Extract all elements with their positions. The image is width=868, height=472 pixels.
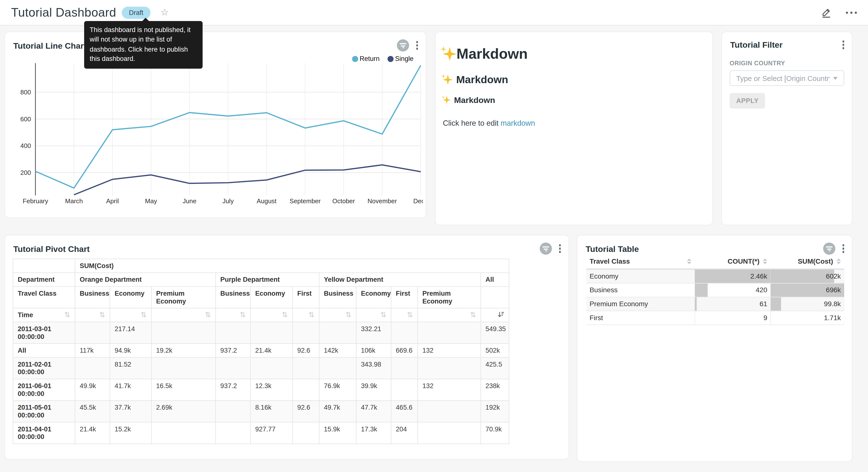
- pivot-col-header: Business: [75, 287, 110, 308]
- pivot-cell: [417, 401, 481, 422]
- more-options-icon[interactable]: [846, 9, 857, 16]
- pivot-cell: 37.7k: [110, 401, 151, 422]
- filter-title: Tutorial Filter: [730, 40, 782, 50]
- series-line-single[interactable]: [74, 165, 421, 195]
- markdown-body[interactable]: Markdown Markdown Markdown Click here to…: [436, 32, 712, 127]
- table-col-header[interactable]: Travel Class: [586, 255, 695, 269]
- cell-sum: 1.71k: [770, 311, 844, 325]
- x-tick-label: November: [368, 197, 397, 205]
- markdown-link[interactable]: markdown: [500, 119, 535, 127]
- sort-icon[interactable]: ⇅: [470, 311, 476, 318]
- kebab-menu-icon[interactable]: [414, 40, 420, 51]
- origin-country-select[interactable]: Type or Select [Origin Country]: [730, 70, 844, 86]
- sort-icon[interactable]: ⇅: [99, 311, 105, 318]
- pivot-cell: 21.4k: [75, 422, 110, 444]
- dashboard-viewport: Tutorial Dashboard Draft ☆ This dashboar…: [0, 0, 868, 472]
- dashboard-title: Tutorial Dashboard: [11, 5, 116, 20]
- sort-icon[interactable]: [763, 259, 767, 264]
- pivot-col-header: First: [293, 287, 319, 308]
- pivot-cell: 47.7k: [356, 401, 391, 422]
- pivot-cell: [319, 322, 356, 344]
- sort-icon[interactable]: ⇅: [308, 311, 314, 318]
- pivot-sort-cell: ⇅: [110, 308, 151, 322]
- pivot-cell: 927.77: [250, 422, 292, 444]
- pivot-row-label: 2011-02-01 00:00:00: [13, 357, 75, 379]
- kebab-menu-icon[interactable]: [557, 243, 563, 254]
- cell-travel-class: Economy: [586, 269, 695, 283]
- pivot-cell: 332.21: [356, 322, 391, 344]
- sort-icon[interactable]: [836, 259, 841, 264]
- col-header-label: Travel Class: [590, 258, 630, 265]
- x-tick-label: June: [183, 197, 196, 205]
- sort-icon[interactable]: ⇅: [282, 311, 288, 318]
- panel-table: Tutorial Table Travel ClassCOUNT(*)SUM(C…: [577, 235, 852, 462]
- line-chart-header: Tutorial Line Chart: [13, 39, 420, 52]
- pivot-group-header: Purple Department: [216, 273, 319, 287]
- apply-button[interactable]: APPLY: [730, 93, 765, 108]
- table-header-icons: [823, 243, 846, 255]
- col-header-label: COUNT(*): [727, 258, 760, 265]
- pivot-row-label: 2011-03-01 00:00:00: [13, 322, 75, 344]
- table-title: Tutorial Table: [586, 244, 639, 253]
- kebab-menu-icon[interactable]: [840, 39, 846, 50]
- pivot-cell: 343.98: [356, 357, 391, 379]
- favorite-star-icon[interactable]: ☆: [160, 8, 169, 17]
- x-tick-label: July: [222, 197, 234, 205]
- filter-indicator-icon[interactable]: [823, 243, 835, 255]
- pivot-sort-cell: ⇅: [319, 308, 356, 322]
- sort-icon[interactable]: [684, 259, 691, 264]
- pivot-row-label: 2011-06-01 00:00:00: [13, 379, 75, 401]
- pivot-group-header: Orange Department: [75, 273, 216, 287]
- markdown-heading-3: Markdown: [443, 95, 705, 105]
- x-tick-label: April: [106, 197, 119, 205]
- line-chart-header-icons: [397, 39, 420, 52]
- data-table: Travel ClassCOUNT(*)SUM(Cost)Economy2.46…: [586, 255, 844, 325]
- dashboard-grid: Tutorial Line Chart Return Single 200400…: [0, 25, 868, 472]
- y-tick-label: 200: [20, 169, 31, 176]
- markdown-heading-1: Markdown: [443, 46, 705, 63]
- kebab-menu-icon[interactable]: [840, 243, 846, 254]
- sort-descending-icon[interactable]: [498, 311, 504, 318]
- y-tick-label: 400: [20, 142, 31, 149]
- pivot-cell: [151, 422, 216, 444]
- sort-icon[interactable]: ⇅: [141, 311, 147, 318]
- line-chart-title: Tutorial Line Chart: [13, 40, 86, 50]
- pivot-time-label: Time⇅: [13, 308, 75, 322]
- cell-count: 9: [695, 311, 770, 325]
- edit-dashboard-icon[interactable]: [821, 7, 832, 18]
- sort-icon[interactable]: ⇅: [64, 311, 70, 318]
- sparkles-icon: [443, 96, 451, 104]
- filter-indicator-icon[interactable]: [539, 243, 552, 255]
- pivot-cell: [216, 357, 251, 379]
- sort-icon[interactable]: ⇅: [380, 311, 386, 318]
- pivot-cell: 15.2k: [110, 422, 151, 444]
- pivot-cell: 465.6: [391, 401, 418, 422]
- pivot-cell: 76.9k: [319, 379, 356, 401]
- sort-icon[interactable]: ⇅: [240, 311, 246, 318]
- pivot-row: 2011-02-01 00:00:0081.52343.98425.5: [13, 357, 509, 379]
- draft-badge[interactable]: Draft: [122, 6, 151, 19]
- pivot-cell: [75, 322, 110, 344]
- pivot-cell: 17.3k: [356, 422, 391, 444]
- sort-icon[interactable]: ⇅: [407, 311, 413, 318]
- filter-indicator-icon[interactable]: [397, 39, 409, 52]
- pivot-sort-cell: ⇅: [391, 308, 418, 322]
- pivot-cell: 669.6: [391, 344, 418, 358]
- sparkles-icon: [443, 75, 453, 85]
- pivot-col-header: [481, 287, 509, 308]
- sort-icon[interactable]: ⇅: [205, 311, 211, 318]
- pivot-row: 2011-05-01 00:00:0045.5k37.7k2.69k8.16k9…: [13, 401, 509, 422]
- y-tick-label: 600: [20, 115, 31, 123]
- pivot-row-label: All: [13, 344, 75, 358]
- pivot-cell: 425.5: [481, 357, 509, 379]
- y-tick-label: 800: [20, 89, 31, 96]
- table-col-header[interactable]: COUNT(*): [695, 255, 770, 269]
- pivot-cell: 117k: [75, 344, 110, 358]
- pivot-cell: [216, 322, 251, 344]
- panel-markdown: Markdown Markdown Markdown Click here to…: [435, 32, 713, 225]
- table-col-header[interactable]: SUM(Cost): [770, 255, 844, 269]
- sort-icon[interactable]: ⇅: [345, 311, 351, 318]
- pivot-cell: 192k: [481, 401, 509, 422]
- tooltip-arrow: [142, 18, 150, 22]
- pivot-cell: 106k: [356, 344, 391, 358]
